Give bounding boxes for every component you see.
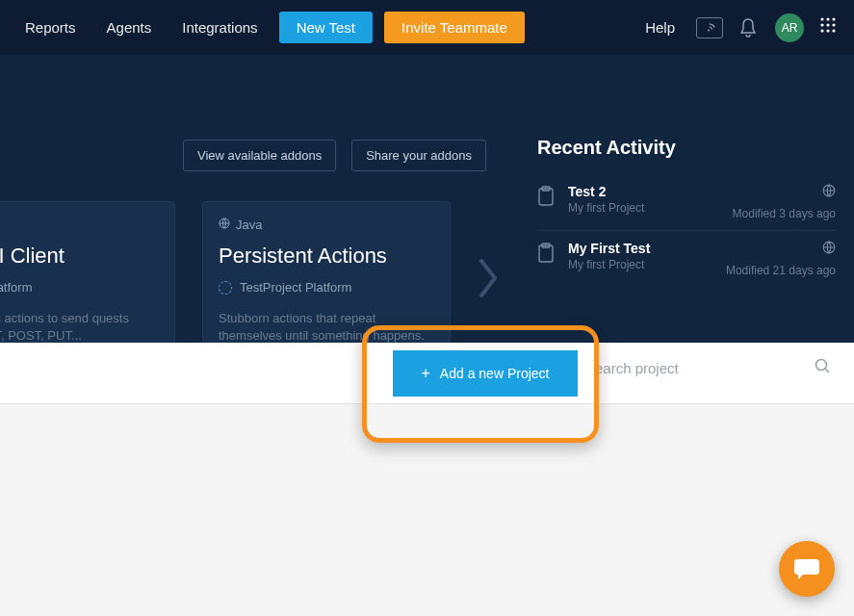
- nav-help[interactable]: Help: [630, 0, 690, 55]
- globe-icon: [822, 243, 836, 257]
- top-navbar: Reports Agents Integrations New Test Inv…: [0, 0, 854, 55]
- project-toolbar: + Add a new Project: [0, 343, 854, 404]
- globe-icon: [219, 218, 230, 232]
- svg-point-9: [832, 29, 835, 32]
- nav-integrations[interactable]: Integrations: [167, 0, 272, 55]
- chat-icon: [793, 556, 820, 581]
- addon-platform: Project Platform: [0, 280, 159, 295]
- addon-title: ful API Client: [0, 244, 159, 269]
- notifications-bell-icon[interactable]: [729, 0, 767, 55]
- activity-item[interactable]: Test 2 My first Project Modified 3 days …: [537, 174, 836, 231]
- svg-point-0: [708, 29, 710, 31]
- share-addons-button[interactable]: Share your addons: [351, 140, 486, 171]
- activity-title: My First Test: [568, 241, 726, 256]
- nav-reports[interactable]: Reports: [10, 0, 91, 55]
- search-input[interactable]: [595, 360, 815, 376]
- svg-point-6: [832, 23, 835, 26]
- svg-point-2: [826, 17, 829, 20]
- platform-icon: [219, 281, 232, 295]
- svg-point-3: [832, 17, 835, 20]
- clipboard-icon: [537, 243, 556, 268]
- activity-project: My first Project: [568, 201, 733, 215]
- add-project-label: Add a new Project: [440, 366, 550, 381]
- activity-project: My first Project: [568, 258, 726, 271]
- project-search: [595, 358, 831, 378]
- carousel-next-icon[interactable]: [476, 255, 503, 305]
- recent-activity-heading: Recent Activity: [537, 137, 836, 159]
- svg-point-4: [820, 23, 823, 26]
- addon-language-label: Java: [236, 218, 262, 232]
- svg-point-5: [826, 23, 829, 26]
- svg-point-7: [820, 29, 823, 32]
- svg-point-1: [820, 17, 823, 20]
- activity-title: Test 2: [568, 184, 733, 199]
- globe-icon: [822, 186, 836, 200]
- view-addons-button[interactable]: View available addons: [183, 140, 336, 171]
- addon-language: Java: [0, 218, 159, 232]
- activity-time: Modified 21 days ago: [726, 264, 836, 277]
- screencast-icon[interactable]: [690, 0, 729, 55]
- chat-launcher-button[interactable]: [779, 541, 835, 597]
- activity-time: Modified 3 days ago: [733, 207, 836, 220]
- addon-platform: TestProject Platform: [219, 280, 434, 295]
- activity-item[interactable]: My First Test My first Project Modified …: [537, 231, 836, 287]
- addon-description: n provides actions to send quests using …: [0, 310, 159, 343]
- search-icon[interactable]: [815, 358, 831, 378]
- apps-grid-icon[interactable]: [812, 16, 844, 38]
- hero-section: View available addons Share your addons …: [0, 55, 854, 343]
- addon-card[interactable]: Java Persistent Actions TestProject Plat…: [202, 201, 451, 343]
- addon-language: Java: [219, 218, 434, 232]
- addon-description: Stubborn actions that repeat themselves …: [219, 310, 434, 343]
- invite-teammate-button[interactable]: Invite Teammate: [384, 12, 525, 43]
- add-project-button[interactable]: + Add a new Project: [393, 350, 578, 397]
- recent-activity-panel: Recent Activity Test 2 My first Project …: [537, 137, 836, 287]
- plus-icon: +: [422, 365, 430, 382]
- addon-card[interactable]: Java ful API Client Project Platform n p…: [0, 201, 175, 343]
- user-avatar[interactable]: AR: [775, 13, 804, 42]
- nav-agents[interactable]: Agents: [91, 0, 168, 55]
- clipboard-icon: [537, 186, 556, 211]
- addon-title: Persistent Actions: [219, 244, 434, 269]
- new-test-button[interactable]: New Test: [279, 12, 373, 43]
- svg-point-8: [826, 29, 829, 32]
- svg-point-18: [816, 360, 827, 371]
